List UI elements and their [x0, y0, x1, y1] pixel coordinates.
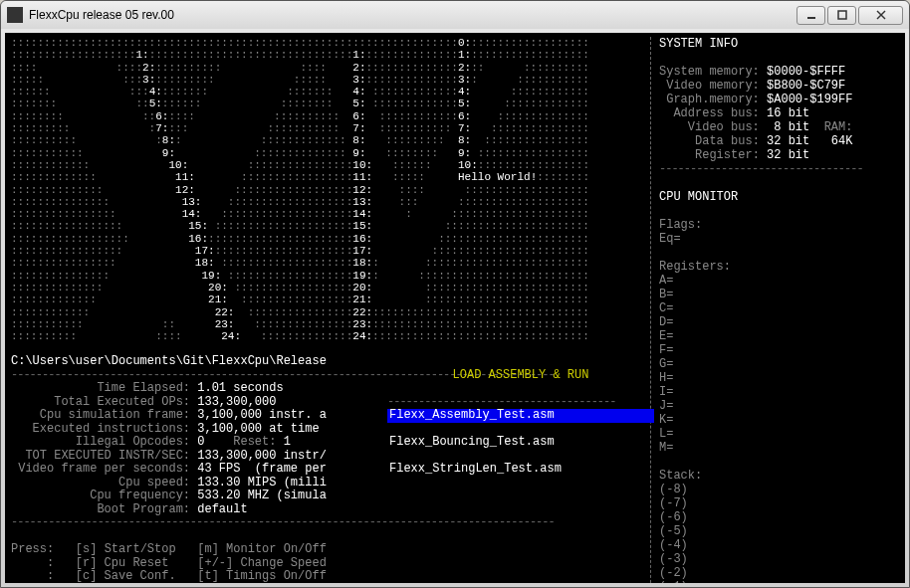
svg-rect-1 — [838, 11, 846, 19]
bottom-panel: C:\Users\user\Documents\Git\FlexxCpu\Rel… — [11, 355, 650, 583]
stats-block: Time Elapsed: 1.01 seconds Total Execute… — [11, 381, 327, 516]
window-title: FlexxCpu release 05 rev.00 — [29, 8, 796, 22]
file-item[interactable]: Flexx_StringLen_Test.asm — [387, 463, 654, 477]
file-item[interactable]: Flexx_Bouncing_Test.asm — [387, 436, 654, 450]
load-assembly-panel: LOAD ASSEMBLY & RUN --------------------… — [387, 355, 654, 583]
system-info-title: SYSTEM INFO — [659, 37, 738, 51]
right-panel: SYSTEM INFO System memory: $0000-$FFFF V… — [650, 37, 899, 583]
minimize-button[interactable] — [796, 6, 825, 25]
app-icon — [7, 7, 23, 23]
window-controls — [796, 6, 903, 25]
maximize-button[interactable] — [827, 6, 856, 25]
titlebar[interactable]: FlexxCpu release 05 rev.00 — [1, 1, 909, 29]
app-window: FlexxCpu release 05 rev.00 :::::::::::::… — [0, 0, 910, 588]
video-output: ::::::::::::::::::::::::::::::::::::::::… — [11, 37, 650, 355]
load-title: LOAD ASSEMBLY & RUN — [387, 369, 654, 383]
console-area: ::::::::::::::::::::::::::::::::::::::::… — [5, 33, 905, 583]
cpu-monitor-title: CPU MONITOR — [659, 190, 738, 204]
file-item[interactable]: Flexx_Assembly_Test.asm — [387, 409, 654, 423]
close-button[interactable] — [858, 6, 903, 25]
hotkeys: Press: [s] Start/Stop [m] Monitor On/Off… — [11, 542, 327, 583]
